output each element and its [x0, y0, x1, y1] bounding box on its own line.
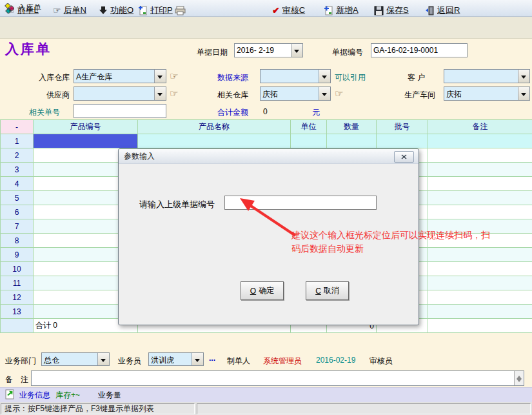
more-button[interactable]: ...: [209, 354, 215, 363]
total-index-cell: [1, 319, 34, 333]
row-number-cell[interactable]: 5: [1, 191, 34, 205]
hand-pointer-icon[interactable]: ☞: [335, 88, 343, 98]
grid-cell[interactable]: [428, 290, 532, 305]
row-number-cell[interactable]: 10: [1, 262, 34, 276]
grid-cell[interactable]: [138, 134, 291, 148]
grid-cell[interactable]: [291, 134, 327, 148]
dept-select[interactable]: 总仓: [41, 352, 110, 366]
col-header-product-name: 产品名称: [138, 120, 291, 134]
prev-doc-button[interactable]: ☜ 前单L: [6, 3, 39, 18]
print-page-icon: [138, 6, 148, 15]
row-number-cell[interactable]: 3: [1, 163, 34, 177]
col-header-remark: 备注: [428, 120, 532, 134]
related-doc-no-label: 相关单号: [29, 107, 60, 118]
data-source-select[interactable]: [260, 69, 331, 83]
grid-cell[interactable]: [428, 148, 532, 163]
print-button[interactable]: 打印P: [138, 3, 173, 18]
business-info-link[interactable]: 业务信息: [19, 390, 50, 401]
refresh-page-icon[interactable]: [5, 389, 15, 400]
customer-label: 客 户: [408, 72, 425, 83]
warehouse-select[interactable]: A生产仓库: [74, 69, 166, 83]
note-scrollbar[interactable]: [514, 371, 524, 385]
scroll-up-icon[interactable]: [517, 373, 522, 379]
related-doc-no-input[interactable]: [74, 104, 166, 118]
chevron-down-icon[interactable]: [319, 70, 330, 83]
related-warehouse-label: 相关仓库: [217, 90, 248, 101]
grid-cell[interactable]: [428, 191, 532, 205]
scroll-down-icon[interactable]: [517, 379, 522, 385]
check-icon: ✔: [272, 6, 280, 15]
clerk-label: 业务员: [118, 356, 141, 367]
annotation-text-line2: 码后数据自动更新: [291, 243, 364, 255]
row-number-cell[interactable]: 13: [1, 305, 34, 319]
workshop-select[interactable]: 庆拓: [444, 86, 530, 101]
can-reference-label: 可以引用: [335, 72, 366, 83]
row-number-cell[interactable]: 8: [1, 234, 34, 248]
row-number-cell[interactable]: 2: [1, 148, 34, 163]
workshop-label: 生产车间: [404, 90, 435, 101]
row-number-cell[interactable]: 12: [1, 290, 34, 305]
chevron-down-icon[interactable]: [518, 70, 529, 83]
grid-cell[interactable]: [34, 134, 138, 148]
functions-button[interactable]: 功能O: [99, 3, 133, 18]
chevron-down-icon[interactable]: [154, 87, 166, 100]
creator-label: 制单人: [227, 356, 250, 367]
grid-cell[interactable]: [428, 248, 532, 262]
customer-select[interactable]: [444, 69, 530, 83]
stock-label[interactable]: 库存+~: [55, 390, 80, 401]
related-warehouse-select[interactable]: 庆拓: [260, 86, 331, 101]
save-button[interactable]: 保存S: [374, 3, 409, 18]
col-header-qty: 数量: [327, 120, 377, 134]
down-arrow-icon: [99, 6, 108, 15]
create-date: 2016-02-19: [316, 356, 355, 365]
chevron-down-icon[interactable]: [518, 87, 529, 100]
dept-label: 业务部门: [5, 356, 36, 367]
row-number-cell[interactable]: 7: [1, 219, 34, 234]
doc-no-input[interactable]: [371, 43, 468, 57]
business-qty-label[interactable]: 业务量: [98, 390, 121, 401]
hand-pointer-icon[interactable]: ☞: [170, 71, 178, 81]
note-input[interactable]: [31, 370, 524, 386]
ok-button[interactable]: O 确定: [241, 281, 284, 300]
grid-cell[interactable]: [428, 163, 532, 177]
total-amount-unit: 元: [312, 107, 320, 118]
row-number-cell[interactable]: 11: [1, 276, 34, 290]
next-doc-button[interactable]: ☞ 后单N: [53, 3, 86, 18]
floppy-disk-icon: [374, 6, 384, 15]
table-row[interactable]: 1: [1, 134, 532, 148]
grid-cell[interactable]: [428, 205, 532, 219]
grid-cell[interactable]: [428, 262, 532, 276]
supplier-select[interactable]: [74, 86, 166, 101]
auditor-label: 审核员: [369, 356, 393, 367]
row-number-cell[interactable]: 4: [1, 177, 34, 191]
grid-cell[interactable]: [428, 276, 532, 290]
warehouse-label: 入库仓库: [26, 72, 70, 83]
row-number-cell[interactable]: 6: [1, 205, 34, 219]
row-number-cell[interactable]: 1: [1, 134, 34, 148]
doc-date-label: 单据日期: [197, 47, 228, 58]
dialog-titlebar[interactable]: 参数输入: [119, 149, 419, 164]
note-label: 备 注: [5, 374, 28, 385]
chevron-down-icon[interactable]: [192, 353, 203, 365]
audit-button[interactable]: ✔ 审核C: [272, 3, 305, 18]
chevron-down-icon[interactable]: [291, 44, 302, 57]
grid-cell[interactable]: [428, 305, 532, 319]
grid-cell[interactable]: [327, 134, 377, 148]
hand-pointer-icon[interactable]: ☞: [170, 88, 178, 98]
grid-cell[interactable]: [377, 134, 428, 148]
cancel-button[interactable]: C 取消: [306, 281, 349, 300]
dialog-close-button[interactable]: [394, 151, 414, 163]
chevron-down-icon[interactable]: [319, 87, 330, 100]
doc-date-picker[interactable]: 2016- 2-19: [234, 43, 303, 57]
back-button[interactable]: 返回R: [425, 3, 460, 18]
row-number-cell[interactable]: 9: [1, 248, 34, 262]
chevron-down-icon[interactable]: [154, 70, 166, 83]
grid-cell[interactable]: [428, 177, 532, 191]
printer-button[interactable]: [175, 3, 186, 18]
new-page-icon: [324, 6, 333, 15]
clerk-select[interactable]: 洪训虎: [148, 352, 204, 366]
chevron-down-icon[interactable]: [97, 353, 109, 365]
col-header-index: -: [1, 120, 34, 134]
grid-cell[interactable]: [428, 134, 532, 148]
add-button[interactable]: 新增A: [324, 3, 359, 18]
